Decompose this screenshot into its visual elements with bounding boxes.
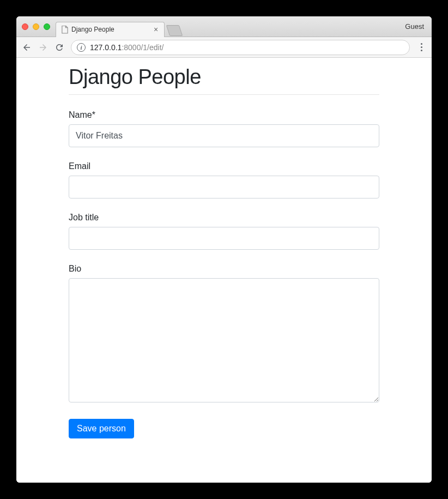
titlebar: Django People × Guest bbox=[16, 16, 432, 37]
window-controls bbox=[22, 23, 50, 30]
form-group-email: Email bbox=[69, 161, 379, 199]
job-title-label: Job title bbox=[69, 213, 379, 223]
browser-toolbar: i 127.0.0.1:8000/1/edit/ bbox=[16, 37, 432, 58]
name-input[interactable] bbox=[69, 124, 379, 147]
form-group-bio: Bio bbox=[69, 264, 379, 405]
close-window-button[interactable] bbox=[22, 23, 28, 30]
bio-textarea[interactable] bbox=[69, 278, 379, 402]
url-text: 127.0.0.1:8000/1/edit/ bbox=[90, 43, 164, 52]
name-label: Name* bbox=[69, 110, 379, 120]
divider bbox=[69, 94, 379, 95]
back-button[interactable] bbox=[22, 43, 32, 52]
file-icon bbox=[60, 26, 68, 33]
site-info-icon[interactable]: i bbox=[77, 43, 86, 52]
form-group-name: Name* bbox=[69, 110, 379, 147]
url-host: 127.0.0.1 bbox=[90, 43, 122, 52]
job-title-input[interactable] bbox=[69, 227, 379, 250]
browser-window: Django People × Guest i 127.0.0.1:8000/1… bbox=[16, 16, 432, 483]
new-tab-button[interactable] bbox=[166, 25, 183, 36]
bio-label: Bio bbox=[69, 264, 379, 274]
profile-label[interactable]: Guest bbox=[405, 22, 424, 31]
email-input[interactable] bbox=[69, 176, 379, 199]
page-title: Django People bbox=[69, 65, 379, 89]
minimize-window-button[interactable] bbox=[33, 23, 39, 30]
url-path: :8000/1/edit/ bbox=[122, 43, 164, 52]
address-bar[interactable]: i 127.0.0.1:8000/1/edit/ bbox=[71, 40, 410, 55]
form-group-job-title: Job title bbox=[69, 213, 379, 250]
maximize-window-button[interactable] bbox=[44, 23, 50, 30]
browser-tab[interactable]: Django People × bbox=[56, 22, 165, 37]
close-tab-button[interactable]: × bbox=[152, 26, 160, 33]
tab-title: Django People bbox=[71, 26, 149, 33]
forward-button[interactable] bbox=[38, 43, 48, 52]
email-label: Email bbox=[69, 161, 379, 171]
page-content: Django People Name* Email Job title Bio … bbox=[16, 58, 432, 483]
reload-button[interactable] bbox=[55, 43, 64, 52]
browser-menu-button[interactable] bbox=[416, 43, 426, 51]
save-person-button[interactable]: Save person bbox=[69, 419, 134, 438]
